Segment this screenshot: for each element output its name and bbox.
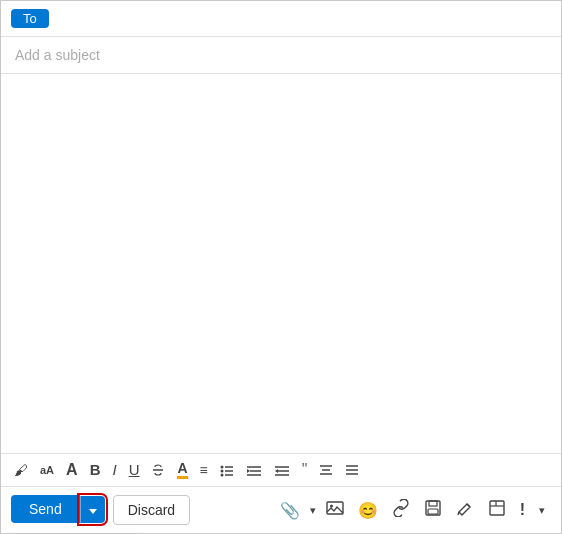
svg-rect-21: [327, 502, 343, 514]
font-size-large-btn[interactable]: A: [61, 458, 83, 482]
format-painter-btn[interactable]: 🖌: [9, 459, 33, 481]
svg-rect-25: [428, 509, 438, 514]
indent-decrease-btn[interactable]: [241, 460, 267, 480]
bullet-list-btn[interactable]: [215, 460, 239, 480]
template-button[interactable]: [482, 495, 512, 525]
svg-rect-28: [490, 501, 504, 515]
bold-btn[interactable]: B: [85, 458, 106, 481]
formatting-toolbar: 🖌 aA A B I U A ≡: [1, 453, 561, 487]
font-size-small-btn[interactable]: aA: [35, 461, 59, 479]
quote-btn[interactable]: ": [297, 458, 313, 482]
subject-placeholder: Add a subject: [15, 47, 100, 63]
more-format-btn[interactable]: [340, 460, 364, 480]
compose-window: To Add a subject 🖌 aA A B I U A ≡: [0, 0, 562, 534]
edit-button[interactable]: [450, 495, 480, 525]
bottom-bar: Send Send Send later Discard 📎 ▾ 😊: [1, 487, 561, 533]
svg-line-27: [458, 512, 459, 515]
chevron-down-icon: [89, 502, 97, 517]
image-button[interactable]: [320, 495, 350, 525]
send-button[interactable]: Send: [11, 495, 80, 523]
link-button[interactable]: [386, 495, 416, 525]
svg-point-22: [330, 505, 333, 508]
font-color-btn[interactable]: A: [172, 458, 192, 482]
more-options-button[interactable]: ▾: [533, 500, 551, 521]
svg-point-3: [220, 469, 223, 472]
svg-rect-24: [429, 501, 437, 506]
right-toolbar: 📎 ▾ 😊: [274, 495, 551, 525]
svg-line-26: [467, 504, 470, 507]
italic-btn[interactable]: I: [107, 458, 121, 481]
emoji-button[interactable]: 😊: [352, 497, 384, 524]
svg-marker-10: [247, 469, 250, 473]
svg-point-1: [220, 465, 223, 468]
underline-btn[interactable]: U: [124, 458, 145, 481]
save-button[interactable]: [418, 495, 448, 525]
strikethrough-btn[interactable]: [146, 460, 170, 480]
attachment-dropdown-button[interactable]: ▾: [308, 500, 318, 521]
subject-row[interactable]: Add a subject: [1, 37, 561, 74]
send-group: Send Send Send later: [11, 495, 105, 523]
to-row: To: [1, 1, 561, 37]
body-area[interactable]: [1, 74, 561, 453]
attachment-button[interactable]: 📎: [274, 497, 306, 524]
discard-button[interactable]: Discard: [113, 495, 190, 525]
send-dropdown-button[interactable]: [80, 496, 105, 523]
svg-marker-14: [275, 469, 278, 473]
indent-increase-btn[interactable]: [269, 460, 295, 480]
svg-point-5: [220, 473, 223, 476]
importance-button[interactable]: !: [514, 497, 531, 523]
align-left-btn[interactable]: ≡: [195, 459, 213, 481]
align-center-btn[interactable]: [314, 460, 338, 480]
to-button[interactable]: To: [11, 9, 49, 28]
